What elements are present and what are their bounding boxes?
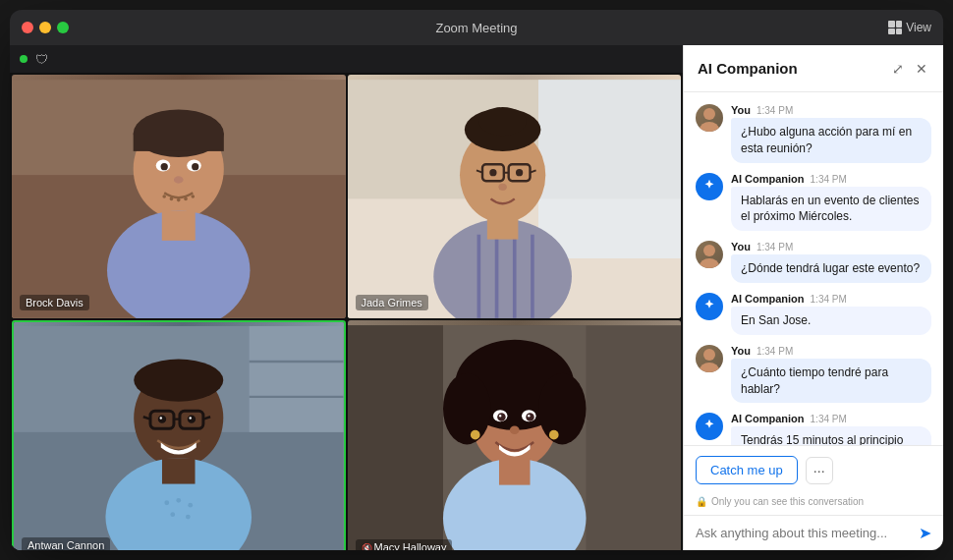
svg-point-22 [478,107,527,136]
participant-name-antwan: Antwan Cannon [22,537,110,550]
ai-chat-area: You 1:34 PM ¿Hubo alguna acción para mí … [684,92,943,445]
chat-message-4: AI Companion 1:34 PM En San Jose. [696,293,931,335]
message-sender-6: AI Companion [731,413,805,424]
maximize-button[interactable] [57,22,69,33]
message-content-6: AI Companion 1:34 PM Tendrás 15 minutos … [731,413,931,445]
message-sender-3: You [731,241,751,252]
shield-icon: 🛡 [35,52,48,67]
participant-video-jada [348,75,682,318]
message-sender-5: You [731,345,751,357]
close-panel-icon[interactable]: ✕ [914,59,929,79]
svg-point-56 [158,415,166,422]
ai-panel-actions: ⤢ ✕ [890,59,929,79]
svg-point-15 [184,197,188,201]
input-area: ➤ [684,515,943,550]
chat-message-5: You 1:34 PM ¿Cuánto tiempo tendré para h… [696,345,931,404]
app-window: Zoom Meeting View 🛡 [10,10,943,550]
svg-point-35 [515,169,522,176]
message-meta-4: AI Companion 1:34 PM [731,293,931,305]
send-icon[interactable]: ➤ [919,524,931,542]
svg-point-47 [188,502,193,507]
view-label: View [906,21,931,34]
chat-message-6: AI Companion 1:34 PM Tendrás 15 minutos … [696,413,931,445]
ai-panel-header: AI Companion ⤢ ✕ [684,45,943,92]
video-cell-antwan: Antwan Cannon [12,320,346,550]
svg-point-13 [170,197,174,201]
svg-point-73 [497,413,505,420]
catch-up-area: Catch me up ··· [684,446,943,494]
message-meta-6: AI Companion 1:34 PM [731,413,931,424]
svg-rect-6 [162,211,196,241]
video-top-bar: 🛡 [10,45,683,73]
video-area: 🛡 [10,45,683,550]
svg-point-57 [188,415,196,422]
svg-point-34 [489,169,496,176]
message-meta-2: AI Companion 1:34 PM [731,173,931,185]
svg-point-49 [186,514,191,519]
participant-video-macy [348,320,682,550]
svg-rect-4 [134,134,224,151]
svg-point-59 [190,417,192,419]
message-time-3: 1:34 PM [757,242,793,252]
svg-point-11 [174,176,184,183]
message-time-6: 1:34 PM [811,414,847,424]
title-bar-right: View [888,21,931,34]
catch-me-up-button[interactable]: Catch me up [696,456,798,484]
svg-point-36 [498,184,506,191]
minimize-button[interactable] [39,22,51,33]
message-content-3: You 1:34 PM ¿Dónde tendrá lugar este eve… [731,241,931,283]
video-cell-brock: Brock Davis [12,75,346,318]
svg-point-100 [700,363,719,372]
participant-name-jada: Jada Grimes [356,295,428,310]
svg-point-58 [160,417,162,419]
participant-name-brock: Brock Davis [20,295,89,310]
message-bubble-5: ¿Cuánto tiempo tendré para hablar? [731,359,931,404]
chat-message-1: You 1:34 PM ¿Hubo alguna acción para mí … [696,104,931,163]
user-avatar-3 [696,241,723,268]
message-sender-4: AI Companion [731,293,805,305]
svg-point-66 [538,372,587,444]
svg-point-98 [700,258,719,268]
message-content-1: You 1:34 PM ¿Hubo alguna acción para mí … [731,104,931,163]
svg-point-65 [443,372,491,444]
message-content-2: AI Companion 1:34 PM Hablarás en un even… [731,173,931,232]
svg-rect-50 [162,458,196,483]
user-avatar-5 [696,345,723,372]
participant-name-macy: 🔇Macy Halloway [356,539,453,550]
popout-icon[interactable]: ⤢ [890,59,906,79]
svg-point-77 [509,425,519,433]
window-title: Zoom Meeting [435,21,517,35]
message-time-2: 1:34 PM [811,174,847,185]
message-content-4: AI Companion 1:34 PM En San Jose. [731,293,931,335]
view-icon [888,21,902,34]
view-button[interactable]: View [888,21,931,34]
svg-point-48 [170,512,175,517]
svg-point-99 [703,349,715,361]
ai-panel: AI Companion ⤢ ✕ You 1:34 PM [683,45,943,550]
message-content-5: You 1:34 PM ¿Cuánto tiempo tendré para h… [731,345,931,404]
chat-input[interactable] [696,526,911,540]
ai-panel-footer: Catch me up ··· 🔒 Only you can see this … [684,445,943,550]
svg-point-75 [498,415,500,417]
message-sender-1: You [731,104,751,116]
lock-icon: 🔒 [696,496,707,507]
ai-avatar-4 [696,293,723,320]
title-bar: Zoom Meeting View [10,10,943,45]
participant-video-antwan [14,322,344,550]
svg-point-69 [470,429,479,439]
message-bubble-6: Tendrás 15 minutos al principio del even… [731,426,931,445]
close-button[interactable] [22,22,33,33]
chat-message-3: You 1:34 PM ¿Dónde tendrá lugar este eve… [696,241,931,283]
ai-panel-title: AI Companion [698,60,890,77]
recording-indicator [20,55,28,63]
svg-rect-39 [250,326,344,432]
message-bubble-1: ¿Hubo alguna acción para mí en esta reun… [731,118,931,163]
svg-point-45 [164,500,169,505]
svg-point-10 [192,163,198,170]
more-options-button[interactable]: ··· [806,457,833,484]
svg-point-43 [134,359,223,401]
video-grid: Brock Davis [10,73,683,550]
privacy-text: Only you can see this conversation [711,496,864,507]
privacy-notice: 🔒 Only you can see this conversation [684,494,943,515]
message-meta-3: You 1:34 PM [731,241,931,252]
